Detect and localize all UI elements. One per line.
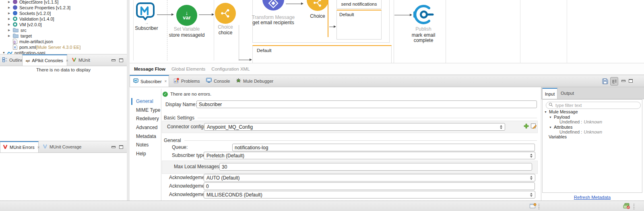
status-message: There are no errors. <box>170 92 211 96</box>
publish-node-icon[interactable] <box>413 4 434 26</box>
nav-help[interactable]: Help <box>136 151 146 157</box>
tab-subscriber-properties[interactable]: Subscriber × <box>130 75 169 87</box>
tree-node-attributes-value[interactable]: Undefined : Unknown <box>559 130 602 134</box>
add-config-icon[interactable] <box>524 123 529 130</box>
tree-item-pom[interactable]: X pom.xml [Mule Server 4.3.0 EE] <box>0 44 127 50</box>
collapse-arrow-icon[interactable]: ▶ <box>8 34 13 38</box>
collapse-arrow-icon[interactable]: ▶ <box>8 12 13 15</box>
tree-item-label: target <box>21 33 32 38</box>
queue-input[interactable] <box>232 144 535 151</box>
ack-mode-select[interactable]: AUTO (Default) <box>204 174 535 182</box>
tree-item-mule-artifact[interactable]: {} mule-artifact.json <box>0 38 127 44</box>
collapse-arrow-icon[interactable]: ▶ <box>8 0 13 4</box>
api-icon: api <box>26 59 30 62</box>
subscriber-type-select[interactable]: Prefetch (Default) <box>204 152 535 159</box>
ack-timeout-unit-select[interactable]: MILLISECONDS (Default) <box>204 191 535 198</box>
minimize-icon[interactable] <box>111 146 116 148</box>
tree-item-vm[interactable]: ▶ VM [v2.0.0] <box>0 21 127 27</box>
collapse-arrow-icon[interactable]: ▶ <box>8 17 13 21</box>
status-handle-icon[interactable] <box>634 204 634 209</box>
nav-mime-type[interactable]: MIME Type <box>136 107 160 113</box>
tree-item-validation[interactable]: ▶ Validation [v1.4.0] <box>0 16 127 22</box>
save-icon[interactable] <box>602 78 608 86</box>
maximize-icon[interactable] <box>119 145 123 149</box>
set-variable-node-icon[interactable]: ↓ var <box>176 5 197 26</box>
tree-node-payload[interactable]: ▼ Payload <box>549 115 570 119</box>
nav-advanced[interactable]: Advanced <box>136 125 157 130</box>
expand-arrow-icon[interactable]: ▼ <box>549 116 554 119</box>
close-icon[interactable]: × <box>165 79 167 84</box>
xml-file-icon: X <box>13 44 17 50</box>
when-branch-label: send notifications <box>337 2 381 6</box>
inner-default-branch-box[interactable]: Default <box>336 10 382 40</box>
metadata-filter-input[interactable] <box>555 102 638 108</box>
subscriber-node-icon[interactable] <box>135 2 155 23</box>
tree-node-mule-message[interactable]: ▼ Mule Message <box>544 109 578 114</box>
stepper-icon <box>528 193 533 197</box>
choice-name-label: choice <box>204 30 246 36</box>
when-branch-box[interactable]: send notifications <box>336 0 382 9</box>
queue-label: Queue: <box>172 144 188 150</box>
ack-timeout-input[interactable] <box>204 182 535 190</box>
toolbar-separator <box>539 204 539 209</box>
quick-view-icon[interactable] <box>530 203 537 210</box>
tree-node-variables[interactable]: Variables <box>549 134 567 139</box>
nav-notes[interactable]: Notes <box>136 142 149 148</box>
tab-configuration-xml[interactable]: Configuration XML <box>211 67 250 71</box>
collapse-arrow-icon[interactable]: ▶ <box>8 6 13 9</box>
tab-input[interactable]: Input <box>542 88 557 99</box>
edit-config-icon[interactable] <box>531 123 537 130</box>
nav-general[interactable]: General <box>136 98 153 104</box>
subscriber-node-label: Subscriber <box>130 25 163 31</box>
tab-mule-debugger[interactable]: Mule Debugger <box>236 75 273 87</box>
stepper-icon <box>498 125 502 129</box>
tab-outline[interactable]: Outline <box>2 54 23 66</box>
collapse-arrow-icon[interactable]: ▶ <box>8 23 13 26</box>
tree-node-payload-value[interactable]: Undefined : Unknown <box>559 119 602 124</box>
maximize-icon[interactable] <box>119 58 123 62</box>
flow-connector <box>286 4 303 4</box>
refresh-metadata-link[interactable]: Refresh Metadata <box>574 195 611 200</box>
connector-config-select[interactable]: Anypoint_MQ_Config <box>204 123 505 131</box>
tree-item-src[interactable]: ▶ src <box>0 27 127 33</box>
tab-apikit-consoles[interactable]: api APIkit Consoles × <box>22 54 67 66</box>
tab-console[interactable]: Console <box>206 75 230 87</box>
maximize-icon[interactable] <box>629 79 633 83</box>
display-name-input[interactable] <box>196 100 537 108</box>
expand-arrow-icon[interactable]: ▼ <box>2 51 7 54</box>
tree-item-secure-properties[interactable]: ▶ Secure Properties [v1.2.3] <box>0 4 127 10</box>
max-local-messages-input[interactable] <box>219 163 532 171</box>
tab-global-elements[interactable]: Global Elements <box>171 67 205 71</box>
tree-item-target[interactable]: ▶ target <box>0 33 127 39</box>
mq-mini-icon <box>133 78 138 84</box>
json-file-icon: {} <box>13 39 17 44</box>
expand-arrow-icon[interactable]: ▼ <box>544 111 549 113</box>
background-jobs-icon[interactable] <box>623 203 630 210</box>
metadata-filter[interactable] <box>546 102 641 109</box>
collapse-arrow-icon[interactable]: ▶ <box>8 29 13 32</box>
validation-module-icon <box>13 17 17 21</box>
tab-munit-coverage[interactable]: MUnit Coverage <box>43 141 81 153</box>
tab-problems[interactable]: Problems <box>174 75 200 87</box>
tab-output[interactable]: Output <box>561 87 574 99</box>
tab-munit[interactable]: MUnit <box>72 54 90 66</box>
tab-munit-errors[interactable]: MUnit Errors × <box>0 141 39 153</box>
tree-node-attributes[interactable]: ▼ Attributes <box>549 125 572 130</box>
nav-redelivery[interactable]: Redelivery <box>136 116 159 121</box>
choice-node-icon[interactable] <box>215 3 236 24</box>
close-icon[interactable]: × <box>37 145 40 150</box>
outer-default-branch-lane[interactable]: Default <box>252 45 392 63</box>
tree-view-toggle-icon[interactable] <box>610 77 618 86</box>
tab-message-flow[interactable]: Message Flow <box>134 67 165 71</box>
nav-metadata[interactable]: Metadata <box>136 134 156 139</box>
display-name-label: Display Name: <box>165 102 197 107</box>
objectstore-module-icon <box>13 0 17 4</box>
expand-arrow-icon[interactable]: ▼ <box>549 126 554 129</box>
outline-icon <box>2 57 7 63</box>
tree-item-sockets[interactable]: ▶ Sockets [v1.2.0] <box>0 10 127 16</box>
sockets-module-icon <box>13 11 17 15</box>
minimize-icon[interactable] <box>111 59 116 61</box>
close-icon[interactable]: × <box>66 58 68 63</box>
outline-view-tabbar: Outline api APIkit Consoles × MUnit <box>0 54 127 66</box>
minimize-icon[interactable] <box>621 80 625 82</box>
